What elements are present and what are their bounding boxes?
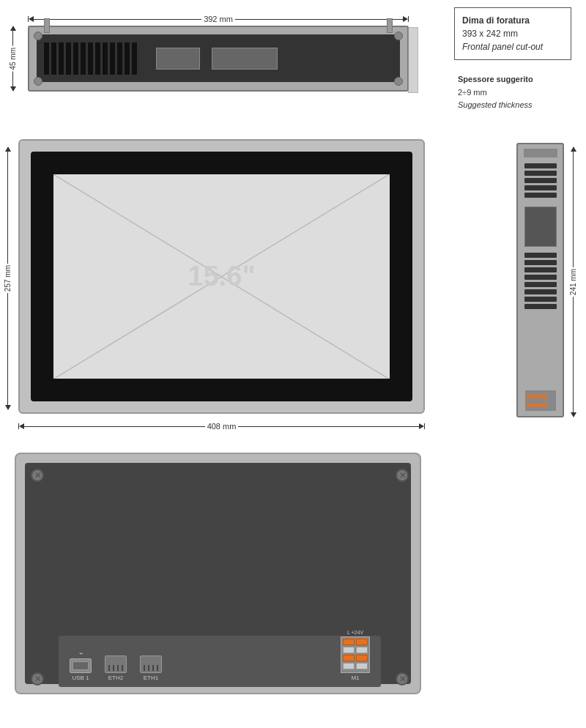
thickness-label-it: Spessore suggerito [458,73,571,86]
top-height-dimension: 45 mm [9,26,17,92]
side-vent-group [524,163,557,198]
eth2-label: ETH2 [108,675,123,681]
back-screw-tr: ✕ [396,469,409,482]
back-port-area: ⌁ USB 1 ETH2 [59,636,381,687]
back-screw-tl: ✕ [31,469,44,482]
top-panel-flange [408,27,418,93]
eth1-label: ETH1 [144,675,158,681]
eth1-port-group: ETH1 [140,655,162,681]
eth2-port-group: ETH2 [105,655,127,681]
side-ports [524,390,557,412]
back-screw-bl: ✕ [31,672,44,686]
top-bolt-r [387,18,393,33]
side-vent-group-2 [524,253,557,309]
front-width-dimension: 408 mm [18,422,425,431]
front-screen-border: 15.6" [31,152,412,401]
front-height-dimension: 257 mm [4,146,12,410]
m1-top-label: L +24V [347,630,363,635]
m1-label: M1 [351,675,359,681]
cutout-title-italian: Dima di foratura [462,14,563,27]
top-vent-group [44,40,137,77]
usb-connector [70,658,92,673]
front-view-device: 15.6" [18,139,425,414]
eth2-connector [105,655,127,673]
side-view-device [516,143,564,417]
top-height-label: 45 mm [9,46,17,72]
side-connector-box [524,207,557,247]
side-top-panel [524,149,557,157]
cutout-title-english: Frontal panel cut-out [462,40,563,53]
front-screen: 15.6" [53,174,389,379]
thickness-label-en: Suggested thickness [458,99,571,112]
top-width-label: 392 mm [201,15,235,23]
thickness-annotation: Spessore suggerito 2÷9 mm Suggested thic… [458,73,571,112]
usb-port-group: ⌁ USB 1 [70,650,92,681]
thickness-value: 2÷9 mm [458,86,571,100]
side-height-label: 241 mm [569,267,577,297]
top-screw-bl [34,77,42,86]
top-screw-br [394,77,403,86]
screen-size-label: 15.6" [188,261,256,292]
top-width-dimension: 392 mm [28,15,409,23]
front-height-label: 257 mm [4,264,12,293]
usb-label: USB 1 [72,675,89,681]
top-view-device [28,26,409,92]
top-screw-tr [394,31,403,40]
top-connector-1 [156,48,200,70]
m1-terminal-body [341,636,370,673]
side-height-dimension: 241 mm [569,146,577,417]
back-screw-br: ✕ [396,672,409,686]
cutout-annotation-box: Dima di foratura 393 x 242 mm Frontal pa… [454,7,571,60]
top-bolt-l [44,18,50,33]
top-connector-2 [212,48,278,70]
front-width-label: 408 mm [205,422,239,431]
usb-symbol: ⌁ [79,650,83,657]
top-screw-tl [34,31,42,40]
cutout-dimensions: 393 x 242 mm [462,27,563,40]
back-view: ✕ ✕ ✕ ✕ ⌁ USB 1 [15,453,425,702]
eth1-connector [140,655,162,673]
m1-terminal-group: L +24V [341,630,370,681]
